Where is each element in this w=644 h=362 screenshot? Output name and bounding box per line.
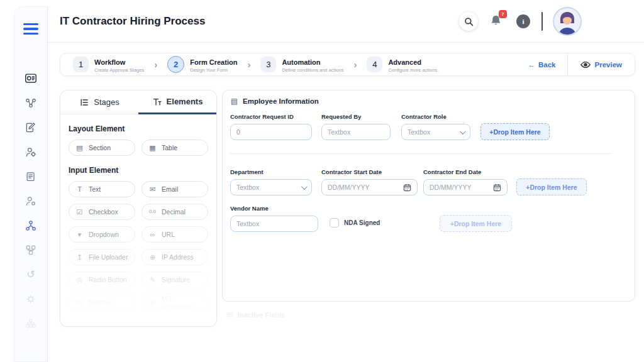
inactive-section-title: Inactive Fields xyxy=(237,311,285,319)
palette-item-table[interactable]: ▦ Table xyxy=(142,140,208,156)
form-edit-icon[interactable] xyxy=(23,120,38,135)
ip-address-icon: ⊕ xyxy=(148,254,157,261)
field-label: Contractor Request ID xyxy=(230,113,312,120)
chip-label: Email xyxy=(162,185,178,193)
palette-item-text-area[interactable]: ¶ Text Area xyxy=(142,317,208,327)
checkbox-icon: ☑ xyxy=(75,209,84,216)
org-tree-faded-icon[interactable] xyxy=(23,316,38,331)
notifications-button[interactable]: 7 xyxy=(489,14,502,30)
preview-button[interactable]: Preview xyxy=(568,61,635,69)
hamburger-menu-icon[interactable] xyxy=(23,23,38,35)
palette-item-email[interactable]: ✉ Email xyxy=(142,181,208,197)
palette-item-number[interactable]: № Number xyxy=(69,294,135,310)
palette-item-section[interactable]: ▤ Section xyxy=(69,140,135,156)
field-label: Contractor Role xyxy=(401,113,470,120)
drop-zone-label: +Drop Item Here xyxy=(489,128,540,136)
chip-label: Decimal xyxy=(162,208,186,216)
hierarchy-share-icon[interactable] xyxy=(23,218,38,233)
field-department: Department Textbox xyxy=(230,168,312,195)
chip-label: URL xyxy=(162,231,175,238)
row-divider xyxy=(230,153,611,154)
user-gear-icon[interactable] xyxy=(23,194,38,209)
requested-by-input[interactable] xyxy=(328,128,384,136)
step-title: Automation xyxy=(282,58,320,66)
drop-zone-2[interactable]: +Drop Item Here xyxy=(516,178,587,195)
decimal-icon: 0.0 xyxy=(148,209,157,214)
checkbox-list-icon: ☑ xyxy=(75,322,84,327)
end-date-input[interactable]: DD/MM/YYYY xyxy=(423,179,508,195)
header-divider xyxy=(541,12,543,31)
input-element-heading: Input Element xyxy=(69,166,208,175)
palette-item-text[interactable]: T Text xyxy=(69,181,135,197)
history-icon[interactable]: ↺ xyxy=(23,267,38,282)
user-settings-icon[interactable] xyxy=(23,145,38,160)
link-icon: ∞ xyxy=(148,231,157,238)
chip-label: Signature xyxy=(162,276,190,283)
vendor-name-input[interactable] xyxy=(236,220,312,228)
drop-zone-1[interactable]: +Drop Item Here xyxy=(480,123,550,140)
settings-faded-icon[interactable] xyxy=(23,292,38,307)
palette-item-decimal[interactable]: 0.0 Decimal xyxy=(142,204,208,220)
preview-label: Preview xyxy=(595,61,622,69)
top-header: IT Contractor Hiring Process 7 i xyxy=(48,0,644,43)
wizard-stepper: 1 Workflow Create Approval Stages › 2 Fo… xyxy=(60,53,635,76)
step-advanced[interactable]: 4 Advanced Configure more actions. xyxy=(367,56,438,73)
field-contractor-end-date: Contractor End Date DD/MM/YYYY xyxy=(423,168,508,195)
step-workflow[interactable]: 1 Workflow Create Approval Stages xyxy=(73,56,144,73)
multiselect-icon: ≣ xyxy=(148,299,157,306)
palette-item-url[interactable]: ∞ URL xyxy=(142,226,208,243)
tab-stages[interactable]: Stages xyxy=(60,90,138,114)
palette-item-file-uploader[interactable]: ↥ File Uploader xyxy=(69,249,135,265)
department-select[interactable]: Textbox xyxy=(230,179,312,195)
palette-item-checkbox[interactable]: ☑ Checkbox xyxy=(69,204,135,220)
calendar-icon xyxy=(403,184,411,192)
workflow-monitor-icon[interactable] xyxy=(23,71,38,86)
documents-icon[interactable] xyxy=(23,169,38,184)
field-label: Contractor Start Date xyxy=(321,168,418,175)
field-requested-by: Requested By xyxy=(321,113,391,140)
step-automation[interactable]: 3 Automation Define conditions and actio… xyxy=(260,56,343,73)
page-title: IT Contractor Hiring Process xyxy=(60,15,205,28)
avatar-illustration xyxy=(554,8,580,35)
contractor-role-select[interactable]: Textbox xyxy=(401,124,470,140)
chevron-right-icon: › xyxy=(247,59,250,70)
field-vendor-name: Vendor Name xyxy=(230,205,318,232)
chip-label: Checkbox xyxy=(89,208,118,216)
drop-zone-label: +Drop Item Here xyxy=(526,184,577,191)
back-button[interactable]: ← Back xyxy=(517,61,567,69)
search-button[interactable] xyxy=(459,12,478,31)
palette-item-radio-button[interactable]: ◎ Radio Button xyxy=(69,272,135,288)
palette-item-ms-dropdown[interactable]: ≣ MS Dropdown xyxy=(142,294,208,310)
text-elements-icon xyxy=(152,97,162,107)
palette-item-signature[interactable]: ✎ Signature xyxy=(142,272,208,288)
chip-label: Radio Button xyxy=(89,276,127,283)
tab-elements[interactable]: Elements xyxy=(138,90,216,114)
element-palette-panel: Stages Elements Layout Element ▤ Section… xyxy=(60,90,217,327)
upload-icon: ↥ xyxy=(75,254,84,261)
step-subtitle: Design Your Form xyxy=(190,67,237,73)
step-subtitle: Configure more actions. xyxy=(388,67,438,73)
date-placeholder: DD/MM/YYYY xyxy=(430,184,472,191)
stages-list-icon xyxy=(79,97,89,107)
process-flow-icon[interactable] xyxy=(23,96,38,111)
section-collapse-icon: ▤ xyxy=(230,97,238,105)
section-title: Employee Information xyxy=(243,97,319,105)
search-icon xyxy=(464,17,474,26)
palette-item-checkbox-list[interactable]: ☑ Checkbox List xyxy=(69,317,135,327)
app-root: ↺ IT Contractor Hiring Process xyxy=(0,0,644,362)
contractor-request-id-input[interactable] xyxy=(236,128,306,136)
palette-item-ip-address[interactable]: ⊕ IP Address xyxy=(142,249,208,265)
chip-label: Checkbox List xyxy=(89,317,128,327)
org-chart-icon[interactable] xyxy=(23,243,38,258)
palette-item-dropdown[interactable]: ▾ Dropdown xyxy=(69,226,135,243)
start-date-input[interactable]: DD/MM/YYYY xyxy=(321,179,418,195)
checkbox-label: NDA Signed xyxy=(344,219,380,226)
info-button[interactable]: i xyxy=(516,14,530,28)
step-form-creation[interactable]: 2 Form Creation Design Your Form xyxy=(167,56,237,73)
step-subtitle: Create Approval Stages xyxy=(94,67,144,73)
tab-label: Stages xyxy=(94,97,119,107)
select-placeholder: Textbox xyxy=(408,128,430,136)
user-avatar[interactable] xyxy=(553,7,582,36)
nda-signed-checkbox[interactable] xyxy=(330,218,339,228)
drop-zone-3[interactable]: +Drop Item Here xyxy=(440,215,512,232)
